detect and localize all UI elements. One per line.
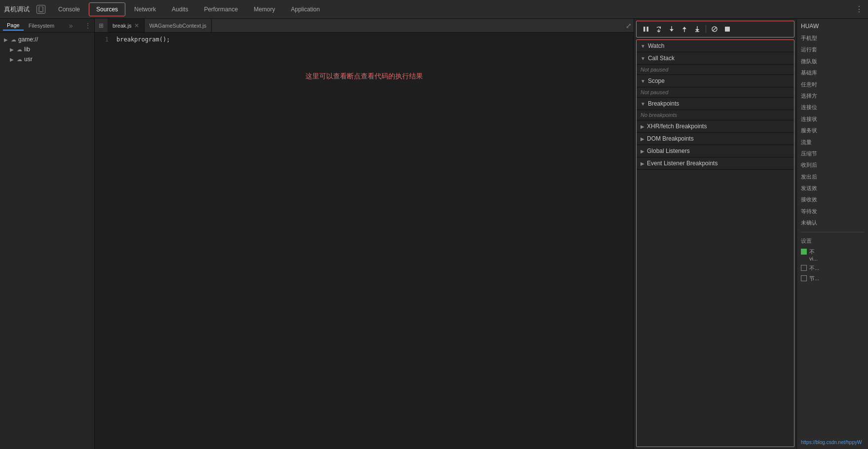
folder-icon-lib: ☁ <box>17 46 22 53</box>
far-right-item-16[interactable]: 未确认 <box>797 217 868 228</box>
tab-application[interactable]: Application <box>284 3 327 16</box>
editor-panel: ⊞ break.js ✕ WAGameSubContext.js ⤢ 1 bre… <box>95 19 634 449</box>
checkbox-2[interactable] <box>801 275 807 281</box>
debug-step-out-btn[interactable] <box>679 24 690 35</box>
section-watch-header[interactable]: ▼ Watch <box>637 40 794 52</box>
tree-arrow-lib: ▶ <box>10 47 15 52</box>
tab-sources[interactable]: Sources <box>89 2 125 16</box>
section-callstack-label: Call Stack <box>648 55 675 62</box>
svg-rect-17 <box>725 27 730 32</box>
far-right-item-15[interactable]: 等待发 <box>797 206 868 217</box>
svg-rect-1 <box>40 11 42 12</box>
tab-network[interactable]: Network <box>127 3 163 16</box>
section-xhr-label: XHR/fetch Breakpoints <box>647 123 707 130</box>
section-scope-label: Scope <box>648 77 665 84</box>
far-right-item-11[interactable]: 收到后 <box>797 159 868 171</box>
checkbox-label-2: 节... <box>809 275 819 282</box>
tree-item-lib[interactable]: ▶ ☁ lib <box>0 44 94 54</box>
folder-icon-game: ☁ <box>11 37 16 43</box>
folder-icon-usr: ☁ <box>17 56 22 63</box>
debug-deactivate-btn[interactable] <box>709 24 720 35</box>
far-right-item-12[interactable]: 发出后 <box>797 171 868 183</box>
section-scope-arrow: ▼ <box>641 78 645 84</box>
section-dom-header[interactable]: ▶ DOM Breakpoints <box>637 133 794 145</box>
checkbox-1[interactable] <box>801 265 807 271</box>
debugger-sections: ▼ Watch ▼ Call Stack Not paused ▼ Scope … <box>636 39 794 447</box>
left-tab-filesystem[interactable]: Filesystem <box>25 21 59 30</box>
far-right-item-8[interactable]: 服务状 <box>797 125 868 136</box>
checkbox-0[interactable] <box>801 249 807 255</box>
far-right-item-3[interactable]: 基础库 <box>797 67 868 78</box>
left-tab-page[interactable]: Page <box>3 21 24 31</box>
left-panel: Page Filesystem » ⋮ ▶ ☁ game:// ▶ ☁ lib … <box>0 19 95 449</box>
section-breakpoints-body: No breakpoints <box>637 110 794 120</box>
left-tabs: Page Filesystem » ⋮ <box>0 19 94 33</box>
checkbox-item-2[interactable]: 节... <box>797 273 868 284</box>
main-layout: Page Filesystem » ⋮ ▶ ☁ game:// ▶ ☁ lib … <box>0 19 868 449</box>
editor-tab-wagame[interactable]: WAGameSubContext.js <box>145 19 212 32</box>
far-right-item-2[interactable]: 微队版 <box>797 56 868 67</box>
far-right-item-1[interactable]: 运行套 <box>797 44 868 55</box>
more-options-icon[interactable]: ⋮ <box>854 4 864 14</box>
section-global-label: Global Listeners <box>647 148 690 154</box>
editor-tabs: ⊞ break.js ✕ WAGameSubContext.js ⤢ <box>95 19 634 33</box>
tree-arrow-usr: ▶ <box>10 57 15 62</box>
editor-content: 1 breakprogram(); 这里可以查看断点查看代码的执行结果 <box>95 33 634 449</box>
section-scope-content: Not paused <box>641 89 668 95</box>
far-right-item-7[interactable]: 连接状 <box>797 113 868 125</box>
section-callstack-body: Not paused <box>637 65 794 75</box>
svg-marker-11 <box>682 27 686 29</box>
section-callstack-header[interactable]: ▼ Call Stack <box>637 52 794 65</box>
line-numbers: 1 <box>95 33 113 44</box>
far-right-item-4[interactable]: 任意时 <box>797 79 868 90</box>
left-tab-chevron[interactable]: » <box>69 22 73 30</box>
svg-rect-3 <box>647 27 649 32</box>
checkbox-item-1[interactable]: 不... <box>797 263 868 273</box>
debug-sep-1 <box>706 25 706 33</box>
device-icon-area <box>37 5 45 14</box>
debug-step-btn[interactable] <box>692 24 703 35</box>
svg-rect-2 <box>643 27 645 32</box>
debug-pause-btn[interactable] <box>641 24 651 35</box>
far-right-item-10[interactable]: 压缩节 <box>797 148 868 159</box>
tree-item-usr[interactable]: ▶ ☁ usr <box>0 54 94 64</box>
section-scope-header[interactable]: ▼ Scope <box>637 75 794 87</box>
code-line-1: breakprogram(); <box>116 35 630 44</box>
editor-tab-break-js-close[interactable]: ✕ <box>134 22 139 29</box>
far-right-item-5[interactable]: 选择方 <box>797 90 868 102</box>
editor-expand-button[interactable]: ⤢ <box>626 22 632 30</box>
tab-audits[interactable]: Audits <box>165 3 195 16</box>
section-breakpoints-header[interactable]: ▼ Breakpoints <box>637 98 794 110</box>
checkbox-item-0[interactable]: 不vi... <box>797 247 868 263</box>
top-bar: 真机调试 Console Sources Network Audits Perf… <box>0 0 868 19</box>
device-icon <box>37 5 45 14</box>
far-right-item-6[interactable]: 连接位 <box>797 102 868 113</box>
section-callstack-arrow: ▼ <box>641 56 645 61</box>
tree-item-game[interactable]: ▶ ☁ game:// <box>0 35 94 44</box>
debug-step-over-btn[interactable] <box>653 24 664 35</box>
far-right-item-14[interactable]: 接收效 <box>797 194 868 205</box>
debug-stop-btn[interactable] <box>722 24 733 35</box>
tab-performance[interactable]: Performance <box>197 3 245 16</box>
far-right-item-0[interactable]: 手机型 <box>797 33 868 44</box>
debugger-toolbar <box>636 21 794 37</box>
section-callstack-content: Not paused <box>641 67 668 73</box>
right-panel: ▼ Watch ▼ Call Stack Not paused ▼ Scope … <box>634 19 796 449</box>
section-event-header[interactable]: ▶ Event Listener Breakpoints <box>637 157 794 170</box>
section-global-header[interactable]: ▶ Global Listeners <box>637 145 794 157</box>
editor-tab-nav-left[interactable]: ⊞ <box>97 21 106 30</box>
checkbox-label-1: 不... <box>809 264 819 272</box>
section-dom-label: DOM Breakpoints <box>647 135 694 142</box>
editor-annotation: 这里可以查看断点查看代码的执行结果 <box>305 72 423 81</box>
far-right-item-13[interactable]: 发送效 <box>797 183 868 194</box>
far-right-item-9[interactable]: 流量 <box>797 137 868 148</box>
left-tab-more-icon[interactable]: ⋮ <box>84 22 91 30</box>
checkbox-label-0: 不vi... <box>809 248 818 262</box>
section-xhr-header[interactable]: ▶ XHR/fetch Breakpoints <box>637 120 794 133</box>
tab-console[interactable]: Console <box>51 3 87 16</box>
debug-step-into-btn[interactable] <box>666 24 677 35</box>
code-area[interactable]: breakprogram(); <box>113 33 634 449</box>
settings-label: 设置 <box>797 235 868 247</box>
editor-tab-break-js[interactable]: break.js ✕ <box>108 19 145 32</box>
tab-memory[interactable]: Memory <box>247 3 282 16</box>
